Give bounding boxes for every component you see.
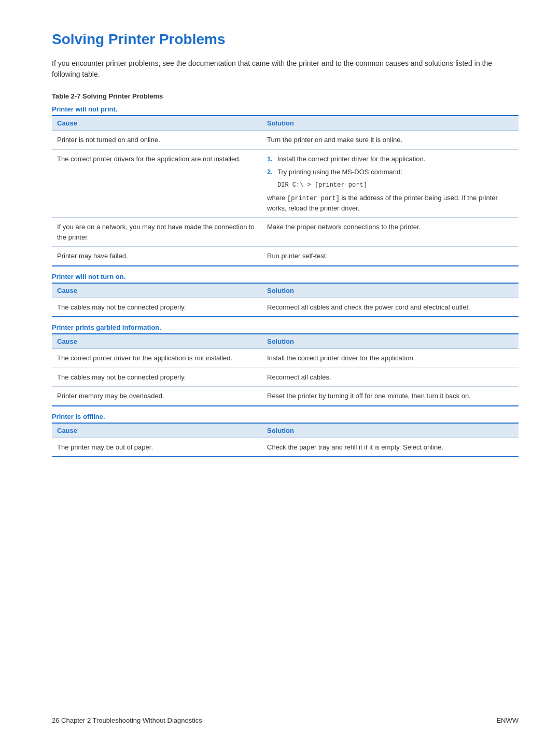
- solution-header: Solution: [262, 334, 519, 349]
- table-row: Printer memory may be overloaded.Reset t…: [52, 387, 519, 406]
- extra-text: where [printer port] is the address of t…: [267, 193, 513, 214]
- footer-right: ENWW: [496, 716, 519, 724]
- table-row: The cables may not be connected properly…: [52, 368, 519, 387]
- page-title: Solving Printer Problems: [52, 31, 519, 48]
- table-row: Printer may have failed.Run printer self…: [52, 247, 519, 266]
- section-header-offline: Printer is offline.: [52, 411, 519, 423]
- section-header-will-not-print: Printer will not print.: [52, 103, 519, 115]
- cause-header: Cause: [52, 334, 262, 349]
- section-will-not-turn-on: Printer will not turn on.CauseSolutionTh…: [52, 271, 519, 318]
- solution-header: Solution: [262, 116, 519, 131]
- list-text: Install the correct printer driver for t…: [277, 154, 425, 164]
- solution-list-item: 2.Try printing using the MS-DOS command:: [267, 167, 513, 177]
- cause-cell: The correct printer drivers for the appl…: [52, 149, 262, 218]
- section-offline: Printer is offline.CauseSolutionThe prin…: [52, 411, 519, 458]
- table-row: If you are on a network, you may not hav…: [52, 218, 519, 247]
- solution-header: Solution: [262, 423, 519, 438]
- cause-cell: The cables may not be connected properly…: [52, 298, 262, 317]
- cause-cell: Printer memory may be overloaded.: [52, 387, 262, 406]
- cause-header: Cause: [52, 423, 262, 438]
- solution-cell: Turn the printer on and make sure it is …: [262, 131, 519, 150]
- table-row: The correct printer drivers for the appl…: [52, 149, 519, 218]
- table-garbled-info: CauseSolutionThe correct printer driver …: [52, 333, 519, 406]
- footer-left: 26 Chapter 2 Troubleshooting Without Dia…: [52, 716, 202, 724]
- section-will-not-print: Printer will not print.CauseSolutionPrin…: [52, 103, 519, 266]
- table-offline: CauseSolutionThe printer may be out of p…: [52, 423, 519, 458]
- section-garbled-info: Printer prints garbled information.Cause…: [52, 321, 519, 406]
- solution-cell: Install the correct printer driver for t…: [262, 349, 519, 368]
- table-caption: Table 2-7 Solving Printer Problems: [52, 92, 519, 100]
- list-text: Try printing using the MS-DOS command:: [277, 167, 402, 177]
- cause-cell: If you are on a network, you may not hav…: [52, 218, 262, 247]
- cause-cell: The cables may not be connected properly…: [52, 368, 262, 387]
- solution-cell: Make the proper network connections to t…: [262, 218, 519, 247]
- solution-header: Solution: [262, 283, 519, 298]
- table-row: The cables may not be connected properly…: [52, 298, 519, 317]
- intro-paragraph: If you encounter printer problems, see t…: [52, 58, 503, 80]
- cause-header: Cause: [52, 116, 262, 131]
- list-number: 1.: [267, 154, 277, 164]
- table-will-not-print: CauseSolutionPrinter is not turned on an…: [52, 115, 519, 266]
- solution-cell: Run printer self-test.: [262, 247, 519, 266]
- code-block: DIR C:\ > [printer port]: [277, 180, 513, 190]
- section-header-garbled-info: Printer prints garbled information.: [52, 321, 519, 333]
- solution-cell: 1.Install the correct printer driver for…: [262, 149, 519, 218]
- cause-cell: The correct printer driver for the appli…: [52, 349, 262, 368]
- section-header-will-not-turn-on: Printer will not turn on.: [52, 271, 519, 283]
- cause-cell: Printer may have failed.: [52, 247, 262, 266]
- solution-cell: Check the paper tray and refill it if it…: [262, 438, 519, 457]
- sections-container: Printer will not print.CauseSolutionPrin…: [52, 103, 519, 457]
- solution-cell: Reset the printer by turning it off for …: [262, 387, 519, 406]
- table-will-not-turn-on: CauseSolutionThe cables may not be conne…: [52, 283, 519, 318]
- solution-list-item: 1.Install the correct printer driver for…: [267, 154, 513, 164]
- list-number: 2.: [267, 167, 277, 177]
- page-footer: 26 Chapter 2 Troubleshooting Without Dia…: [0, 716, 560, 724]
- solution-cell: Reconnect all cables.: [262, 368, 519, 387]
- cause-cell: Printer is not turned on and online.: [52, 131, 262, 150]
- table-row: Printer is not turned on and online.Turn…: [52, 131, 519, 150]
- table-row: The correct printer driver for the appli…: [52, 349, 519, 368]
- cause-cell: The printer may be out of paper.: [52, 438, 262, 457]
- cause-header: Cause: [52, 283, 262, 298]
- solution-cell: Reconnect all cables and check the power…: [262, 298, 519, 317]
- table-row: The printer may be out of paper.Check th…: [52, 438, 519, 457]
